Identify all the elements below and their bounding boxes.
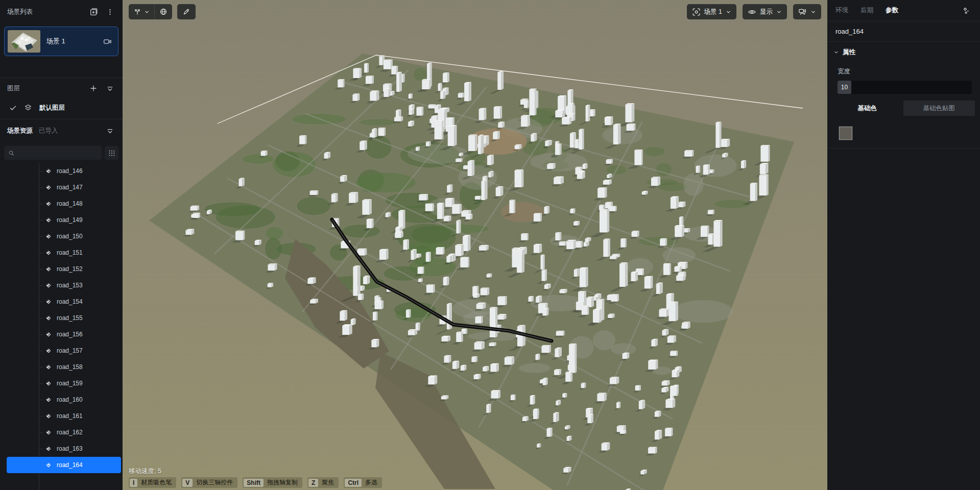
globe-icon <box>159 8 168 16</box>
eye-icon <box>748 8 756 16</box>
tab-base-color-map[interactable]: 基础色贴图 <box>903 101 975 116</box>
resource-item[interactable]: road_161 <box>0 408 123 424</box>
resource-item[interactable]: road_162 <box>0 424 123 440</box>
effects-button[interactable] <box>961 5 972 16</box>
resource-item[interactable]: road_160 <box>0 391 123 408</box>
chevron-down-icon <box>144 9 150 15</box>
viewport-3d[interactable]: 场景 1 显示 移动速度: 5 I材质 <box>123 0 827 490</box>
layer-item-default[interactable]: 默认图层 <box>0 99 123 117</box>
resource-item[interactable]: road_149 <box>0 212 123 228</box>
left-sidebar: 场景列表 <box>0 0 123 490</box>
layers-header: 图层 <box>0 78 123 99</box>
camera-mode-button[interactable] <box>793 4 821 19</box>
resource-item[interactable]: road_151 <box>0 244 123 261</box>
view-mode-grid-button[interactable] <box>105 146 118 160</box>
chevron-down-icon <box>726 9 731 15</box>
search-input[interactable] <box>18 150 98 157</box>
viewport-frame-camera-icon <box>692 8 701 16</box>
scene-camera-button[interactable] <box>102 36 113 47</box>
resource-item-label: road_150 <box>57 233 83 240</box>
resource-list: road_146road_147road_148road_149road_150… <box>0 163 123 490</box>
resource-item[interactable]: road_153 <box>0 277 123 293</box>
resource-item[interactable]: road_158 <box>0 359 123 375</box>
scene-list-menu-button[interactable] <box>104 6 115 17</box>
layers-title: 图层 <box>7 84 83 93</box>
resources-filter[interactable]: 已导入 <box>39 127 99 135</box>
resource-item[interactable]: road_156 <box>0 326 123 342</box>
scene-select-button[interactable]: 场景 1 <box>687 4 736 19</box>
chevron-down-icon <box>833 50 839 55</box>
shortcut-chip: I材质吸色笔 <box>129 477 176 488</box>
gizmo-button-group <box>129 4 172 19</box>
scene-card-name: 场景 1 <box>46 37 95 46</box>
resource-item[interactable]: road_146 <box>0 163 123 179</box>
transform-gizmo-icon <box>133 8 141 16</box>
add-layer-button[interactable] <box>88 83 99 94</box>
base-color-swatch[interactable] <box>839 127 852 140</box>
resources-header: 场景资源 已导入 <box>0 119 123 142</box>
resource-item[interactable]: road_150 <box>0 228 123 244</box>
chevron-down-icon <box>810 9 816 15</box>
resource-item[interactable]: road_147 <box>0 179 123 195</box>
transform-gizmo-button[interactable] <box>129 4 154 19</box>
resource-item[interactable]: road_157 <box>0 342 123 359</box>
chevron-down-icon <box>776 9 782 15</box>
collapse-all-icon <box>106 85 114 92</box>
kebab-menu-icon <box>106 8 114 16</box>
shortcut-key: I <box>130 479 137 487</box>
shortcut-chip: Ctrl多选 <box>344 477 382 488</box>
resource-item-label: road_158 <box>57 363 83 371</box>
resource-item-label: road_148 <box>57 200 83 207</box>
resources-collapse-button[interactable] <box>104 125 115 136</box>
move-speed-label: 移动速度: 5 <box>129 467 161 476</box>
world-space-button[interactable] <box>155 4 172 19</box>
resource-item[interactable]: road_164 <box>7 457 121 473</box>
inspector-tabs: 环境 后期 参数 <box>827 0 980 21</box>
resource-item-label: road_156 <box>57 331 83 338</box>
search-box[interactable] <box>4 146 102 160</box>
layers-collapse-button[interactable] <box>104 83 115 94</box>
shortcut-key: Shift <box>244 479 264 487</box>
inspector-panel: 环境 后期 参数 road_164 属性 宽度 基础色 基础色贴图 <box>827 0 980 490</box>
road-material-icon <box>45 282 52 289</box>
road-material-icon <box>45 380 52 387</box>
width-input-wrap <box>838 81 972 94</box>
resource-item[interactable]: road_152 <box>0 261 123 277</box>
display-options-button[interactable]: 显示 <box>743 4 787 19</box>
eyedropper-button[interactable] <box>177 4 196 19</box>
grid-dots-icon <box>108 150 115 157</box>
scene-list-header: 场景列表 <box>0 0 123 23</box>
resource-item-label: road_147 <box>57 184 83 191</box>
eyedropper-icon <box>182 8 190 16</box>
tab-base-color[interactable]: 基础色 <box>831 101 903 116</box>
resource-item[interactable]: road_155 <box>0 310 123 326</box>
viewport-toolbar-right: 场景 1 显示 <box>687 4 821 19</box>
resource-item[interactable]: road_148 <box>0 195 123 212</box>
shortcut-label: 拖拽轴复制 <box>267 478 298 487</box>
tab-postprocess[interactable]: 后期 <box>861 6 873 15</box>
resource-item-label: road_160 <box>57 396 83 403</box>
road-material-icon <box>45 314 52 322</box>
width-input[interactable] <box>838 84 851 91</box>
resource-item-label: road_162 <box>57 429 83 436</box>
tab-environment[interactable]: 环境 <box>835 6 848 15</box>
selected-object-row: road_164 <box>827 21 980 42</box>
check-icon[interactable] <box>9 104 17 112</box>
viewport-3d-scene[interactable] <box>123 0 827 490</box>
scene-card-selected[interactable]: 场景 1 <box>4 27 118 56</box>
road-material-icon <box>45 249 52 256</box>
shortcut-label: 切换三轴控件 <box>196 478 233 487</box>
add-scene-button[interactable] <box>88 6 99 17</box>
resource-item[interactable]: road_154 <box>0 293 123 310</box>
resource-item-label: road_161 <box>57 412 83 420</box>
road-material-icon <box>45 233 52 240</box>
plus-icon <box>89 84 98 92</box>
road-material-icon <box>45 396 52 403</box>
width-drag-handle[interactable] <box>838 81 851 94</box>
shortcut-chip: Shift拖拽轴复制 <box>243 477 302 488</box>
resource-item-label: road_153 <box>57 282 83 289</box>
tab-parameters[interactable]: 参数 <box>886 6 898 15</box>
properties-section-header[interactable]: 属性 <box>827 42 980 62</box>
resource-item[interactable]: road_159 <box>0 375 123 391</box>
resource-item[interactable]: road_163 <box>0 440 123 457</box>
